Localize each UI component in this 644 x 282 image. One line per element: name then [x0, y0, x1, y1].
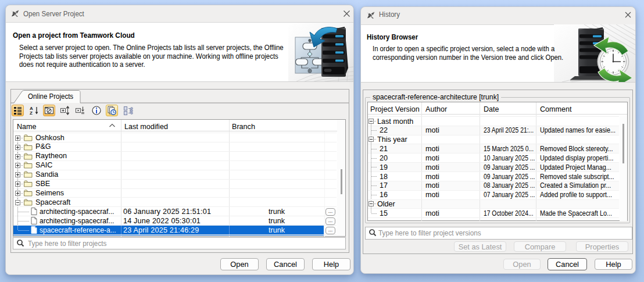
- svg-text:Z: Z: [30, 110, 33, 116]
